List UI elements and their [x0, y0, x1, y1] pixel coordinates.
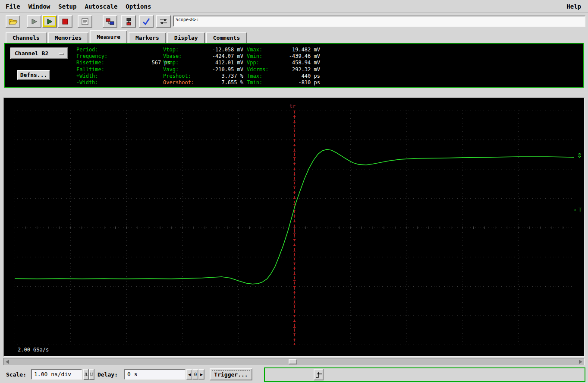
settings-sliders-button[interactable]: [156, 15, 171, 28]
measure-value: -210.95 mV: [204, 66, 243, 73]
scroll-right-arrow-icon[interactable]: [579, 360, 582, 364]
sliders-icon: [159, 18, 168, 25]
run-repetitive-button[interactable]: [42, 15, 57, 28]
channel-selector-dropdown[interactable]: Channel B2: [10, 47, 68, 59]
store-icon: [125, 18, 132, 25]
trigger-slope-button[interactable]: [314, 369, 324, 380]
measure-value: 19.482 mV: [283, 47, 320, 53]
scope-status-field[interactable]: Scope<B>:: [173, 16, 585, 27]
waveform-plot[interactable]: [15, 111, 574, 345]
horizontal-scrollbar[interactable]: [3, 358, 585, 365]
right-triangle-icon: ▶: [200, 373, 203, 377]
measure-label: Vbase:: [163, 53, 204, 60]
measure-value: 292.32 mV: [283, 66, 320, 73]
pulse-wide-icon: [90, 371, 94, 378]
measure-label: Vmax:: [247, 47, 283, 53]
channel-selector-label: Channel B2: [15, 50, 48, 57]
results-list-button[interactable]: [78, 15, 92, 28]
measure-value: 412.01 mV: [204, 60, 243, 66]
measure-label: Tmin:: [247, 79, 283, 86]
ok-check-button[interactable]: [139, 15, 154, 28]
trigger-zone: [264, 367, 585, 382]
measure-label-overshoot: Overshoot:: [163, 79, 204, 86]
measure-label: Risetime:: [76, 60, 121, 66]
waveform-display[interactable]: tr 2.00 GSa/s ⇕ ←T: [3, 98, 585, 357]
measure-label: Vtop:: [163, 47, 204, 53]
measure-label: Vamp:: [163, 60, 204, 66]
dual-display-icon: [106, 18, 114, 25]
menu-help[interactable]: Help: [566, 3, 581, 10]
delay-label: Delay:: [97, 371, 118, 378]
measure-label: Frequency:: [76, 53, 121, 60]
measure-label: Vpp:: [247, 60, 283, 66]
menu-bar: File Window Setup Autoscale Options Help: [0, 0, 588, 13]
menu-options[interactable]: Options: [126, 3, 151, 10]
menu-setup[interactable]: Setup: [58, 3, 76, 10]
scale-label: Scale:: [6, 371, 26, 378]
measure-label: Tmax:: [247, 73, 283, 79]
measure-label: Period:: [76, 47, 121, 53]
stop-button[interactable]: [58, 15, 72, 28]
toolbar: Scope<B>:: [0, 13, 588, 30]
pulse-narrow-icon: [84, 371, 88, 378]
play-icon: [46, 18, 53, 25]
timebase-bar: Scale: 1.00 ns/div Delay: 0 s ◀ 0 ▶ Trig…: [0, 366, 588, 383]
tab-display[interactable]: Display: [167, 32, 205, 43]
measure-column-time: Period: Frequency: Risetime:567 ps Fallt…: [76, 47, 170, 86]
defns-button[interactable]: Defns...: [17, 70, 50, 80]
panel-divider: [0, 90, 588, 95]
trigger-setup-button[interactable]: Trigger...: [210, 368, 252, 380]
scroll-left-arrow-icon[interactable]: [6, 360, 9, 364]
scale-input[interactable]: 1.00 ns/div: [31, 369, 82, 380]
store-memory-button[interactable]: [121, 15, 136, 28]
open-file-button[interactable]: [6, 15, 20, 28]
tab-memories[interactable]: Memories: [48, 32, 89, 43]
checkmark-icon: [142, 18, 151, 25]
measure-value: -12.058 mV: [204, 47, 243, 53]
play-icon: [30, 18, 38, 25]
measure-label: Vavg:: [163, 66, 204, 73]
scrollbar-thumb[interactable]: [289, 359, 297, 364]
folder-open-icon: [8, 18, 18, 25]
measure-label: Preshoot:: [163, 73, 204, 79]
delay-increment-button[interactable]: ▶: [198, 369, 204, 380]
menu-file[interactable]: File: [6, 3, 20, 10]
list-icon: [81, 18, 89, 25]
tab-channels[interactable]: Channels: [6, 32, 47, 43]
measure-value: 458.94 mV: [283, 60, 320, 66]
measure-label: +Width:: [76, 73, 121, 79]
channel-position-marker[interactable]: ⇕: [577, 152, 582, 159]
tab-markers[interactable]: Markers: [129, 32, 166, 43]
measure-value: -810 ps: [283, 79, 320, 86]
delay-zero-button[interactable]: 0: [192, 369, 198, 380]
expand-timebase-button[interactable]: [83, 369, 89, 380]
measure-label: -Width:: [76, 79, 121, 86]
sample-rate-readout: 2.00 GSa/s: [18, 347, 49, 353]
menu-window[interactable]: Window: [28, 3, 50, 10]
tab-bar: Channels Memories Measure Markers Displa…: [6, 30, 247, 43]
run-single-button[interactable]: [27, 15, 41, 28]
measure-label: Vdcrms:: [247, 66, 283, 73]
trigger-level-marker[interactable]: ←T: [574, 207, 582, 213]
option-menu-dash-icon: [59, 53, 64, 55]
display-copy-button[interactable]: [103, 15, 117, 28]
rising-edge-icon: [315, 370, 323, 379]
delay-input[interactable]: 0 s: [124, 369, 186, 380]
measure-column-extremes: Vmax:19.482 mV Vmin:-439.46 mV Vpp:458.9…: [247, 47, 320, 86]
trigger-time-label: tr: [289, 103, 296, 109]
measure-value: -424.07 mV: [204, 53, 243, 60]
measure-value: -439.46 mV: [283, 53, 320, 60]
delay-decrement-button[interactable]: ◀: [186, 369, 192, 380]
measure-value: 7.655 %: [204, 79, 243, 86]
measure-column-voltage: Vtop:-12.058 mV Vbase:-424.07 mV Vamp:41…: [163, 47, 243, 86]
menu-autoscale[interactable]: Autoscale: [85, 3, 117, 10]
measure-value: 440 ps: [283, 73, 320, 79]
stop-icon: [62, 18, 69, 25]
left-triangle-icon: ◀: [188, 373, 191, 377]
tab-measure[interactable]: Measure: [90, 30, 127, 43]
measure-label: Falltime:: [76, 66, 121, 73]
measure-value: 3.737 %: [204, 73, 243, 79]
tab-comments[interactable]: Comments: [206, 32, 247, 43]
measure-label: Vmin:: [247, 53, 283, 60]
compress-timebase-button[interactable]: [89, 369, 94, 380]
